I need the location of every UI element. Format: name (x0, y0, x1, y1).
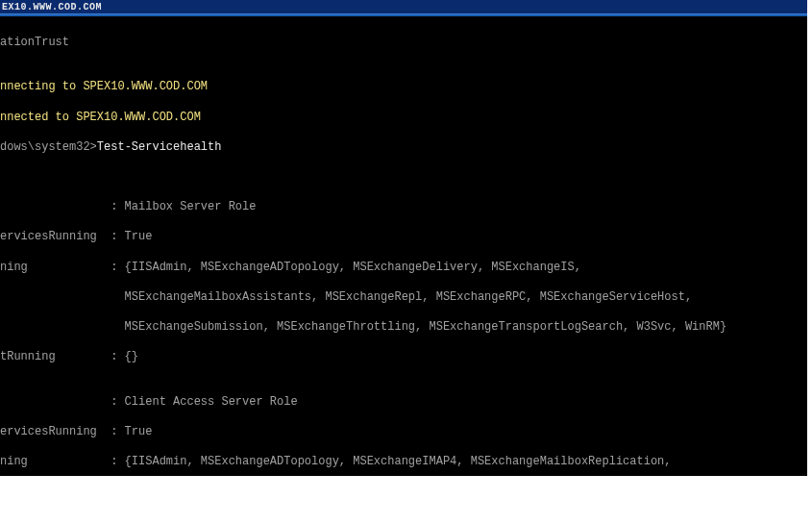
services-running: ervicesRunning : True (0, 230, 807, 245)
services-list: MSExchangeMailboxAssistants, MSExchangeR… (0, 290, 807, 306)
prompt-command: Test-Servicehealth (97, 140, 222, 154)
services-not-running: tRunning : {} (0, 350, 807, 365)
console-window: EX10.WWW.COD.COM ationTrust nnecting to … (0, 0, 807, 476)
terminal-output[interactable]: ationTrust nnecting to SPEX10.WWW.COD.CO… (0, 16, 807, 476)
frame-bottom (0, 476, 812, 524)
prompt-path: dows\system32> (0, 140, 97, 154)
output-line: ationTrust (0, 36, 807, 51)
role-header: : Client Access Server Role (0, 395, 807, 411)
connected-line: nnected to SPEX10.WWW.COD.COM (0, 111, 807, 126)
prompt-line: dows\system32>Test-Servicehealth (0, 140, 807, 156)
services-list: ning : {IISAdmin, MSExchangeADTopology, … (0, 261, 807, 276)
connecting-line: nnecting to SPEX10.WWW.COD.COM (0, 80, 807, 95)
role-header: : Mailbox Server Role (0, 200, 807, 215)
services-running: ervicesRunning : True (0, 425, 807, 440)
window-titlebar: EX10.WWW.COD.COM (0, 0, 807, 13)
window-title: EX10.WWW.COD.COM (2, 1, 102, 13)
services-list: ning : {IISAdmin, MSExchangeADTopology, … (0, 455, 807, 470)
frame-right (807, 0, 812, 524)
services-list: MSExchangeSubmission, MSExchangeThrottli… (0, 320, 807, 336)
